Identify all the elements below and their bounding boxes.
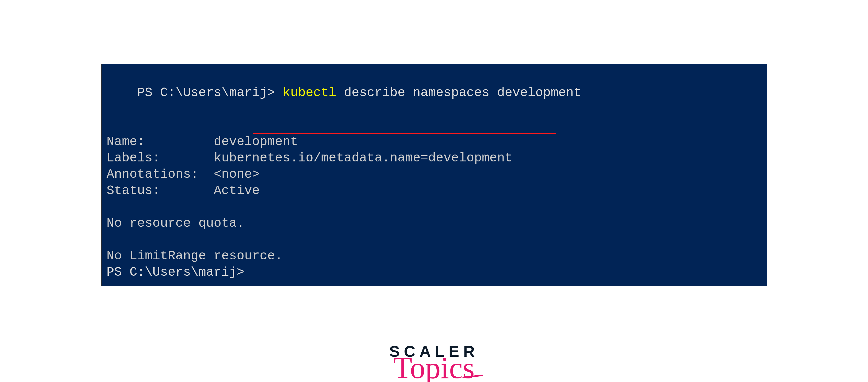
output-annotations: Annotations: <none> [107, 166, 762, 182]
output-no-limitrange: No LimitRange resource. [107, 248, 762, 264]
blank-line-1 [107, 199, 762, 215]
logo-topics-text: Topics [393, 353, 474, 382]
output-name: Name: development [107, 134, 762, 150]
blank-line-2 [107, 232, 762, 248]
ps-prompt-1: PS C:\Users\marij> [137, 85, 283, 100]
ps-prompt-2: PS C:\Users\marij> [107, 264, 762, 280]
output-status: Status: Active [107, 182, 762, 199]
highlight-underline [253, 133, 556, 134]
output-labels: Labels: kubernetes.io/metadata.name=deve… [107, 150, 762, 166]
output-no-quota: No resource quota. [107, 215, 762, 232]
powershell-terminal[interactable]: PS C:\Users\marij> kubectl describe name… [101, 64, 767, 286]
cmd-args: describe namespaces development [336, 85, 581, 100]
command-line-1: PS C:\Users\marij> kubectl describe name… [107, 68, 762, 134]
cmd-kubectl: kubectl [283, 85, 336, 100]
scaler-topics-logo: SCALER Topics [389, 342, 479, 382]
